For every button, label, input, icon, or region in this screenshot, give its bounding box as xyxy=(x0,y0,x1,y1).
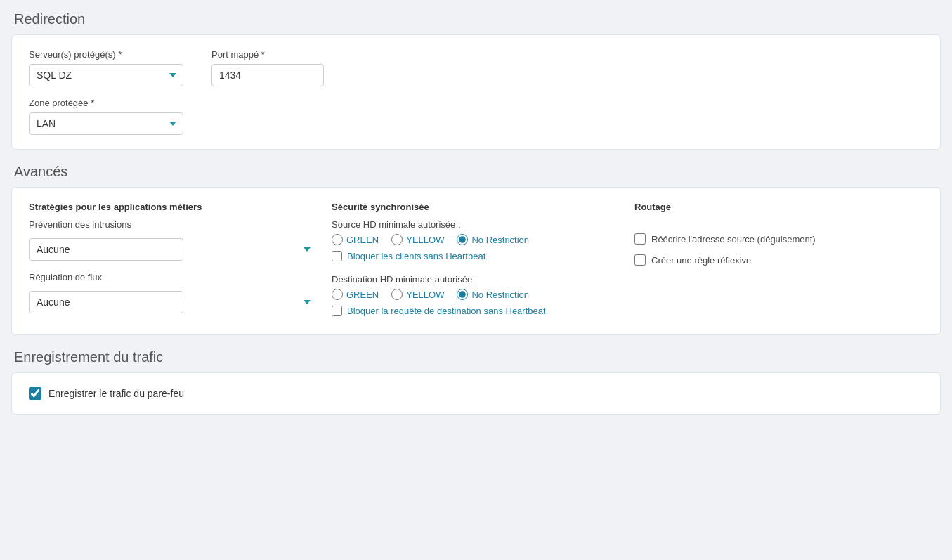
source-heartbeat-item[interactable]: Bloquer les clients sans Heartbeat xyxy=(332,251,620,261)
prevention-label: Prévention des intrusions xyxy=(29,219,318,230)
regulation-group: Régulation de flux Aucune xyxy=(29,272,318,313)
serveurs-group: Serveur(s) protégé(s) * SQL DZ xyxy=(29,49,183,86)
destination-label: Destination HD minimale autorisée : xyxy=(332,274,620,285)
redirection-title: Redirection xyxy=(11,11,941,27)
redirection-card: Serveur(s) protégé(s) * SQL DZ Port mapp… xyxy=(11,34,941,150)
zone-label: Zone protégée * xyxy=(29,98,183,108)
dest-green-label: GREEN xyxy=(346,289,379,300)
source-norestriction-option[interactable]: No Restriction xyxy=(457,234,529,245)
avances-title: Avancés xyxy=(11,164,941,180)
prevention-select-wrapper: Aucune xyxy=(29,238,318,261)
securite-col: Sécurité synchronisée Source HD minimale… xyxy=(332,202,620,320)
prevention-group: Prévention des intrusions Aucune xyxy=(29,219,318,261)
regulation-select-wrapper: Aucune xyxy=(29,291,318,313)
destination-radio-group: GREEN YELLOW No Restriction xyxy=(332,289,620,300)
log-row: Enregistrer le trafic du pare-feu xyxy=(29,387,923,400)
enregistrement-title: Enregistrement du trafic xyxy=(11,349,941,365)
port-input[interactable] xyxy=(211,64,324,86)
serveurs-select-wrapper: SQL DZ xyxy=(29,64,183,86)
port-group: Port mappé * xyxy=(211,49,366,86)
destination-block: Destination HD minimale autorisée : GREE… xyxy=(332,274,620,316)
dest-norestriction-radio[interactable] xyxy=(457,289,468,300)
dest-green-option[interactable]: GREEN xyxy=(332,289,379,300)
dest-yellow-radio[interactable] xyxy=(391,289,403,300)
zone-select-wrapper: LAN xyxy=(29,112,183,135)
rewrite-checkbox[interactable] xyxy=(634,233,646,245)
routage-options: Réécrire l'adresse source (déguisement) … xyxy=(634,219,923,266)
serveurs-label: Serveur(s) protégé(s) * xyxy=(29,49,183,60)
source-yellow-radio[interactable] xyxy=(391,234,403,245)
reflexive-checkbox[interactable] xyxy=(634,254,646,266)
dest-yellow-option[interactable]: YELLOW xyxy=(391,289,444,300)
zone-group: Zone protégée * LAN xyxy=(29,98,183,135)
dest-heartbeat-checkbox[interactable] xyxy=(332,306,342,316)
dest-green-radio[interactable] xyxy=(332,289,343,300)
dest-norestriction-option[interactable]: No Restriction xyxy=(457,289,529,300)
source-label: Source HD minimale autorisée : xyxy=(332,219,620,230)
strategies-col: Stratégies pour les applications métiers… xyxy=(29,202,318,320)
source-heartbeat-checkbox[interactable] xyxy=(332,251,342,261)
enregistrement-card: Enregistrer le trafic du pare-feu xyxy=(11,372,941,415)
source-radio-group: GREEN YELLOW No Restriction xyxy=(332,234,620,245)
dest-heartbeat-item[interactable]: Bloquer la requête de destination sans H… xyxy=(332,306,620,316)
dest-norestriction-label: No Restriction xyxy=(471,289,529,300)
source-yellow-label: YELLOW xyxy=(406,235,444,245)
routage-col: Routage Réécrire l'adresse source (dégui… xyxy=(634,202,923,320)
dest-heartbeat-label: Bloquer la requête de destination sans H… xyxy=(347,306,546,316)
strategies-col-title: Stratégies pour les applications métiers xyxy=(29,202,318,212)
securite-col-title: Sécurité synchronisée xyxy=(332,202,620,212)
log-checkbox[interactable] xyxy=(29,387,41,400)
zone-select[interactable]: LAN xyxy=(29,112,183,135)
source-green-radio[interactable] xyxy=(332,234,343,245)
reflexive-label: Créer une règle réflexive xyxy=(651,255,751,266)
reflexive-item[interactable]: Créer une règle réflexive xyxy=(634,254,923,266)
source-norestriction-radio[interactable] xyxy=(457,234,468,245)
regulation-label: Régulation de flux xyxy=(29,272,318,282)
avances-card: Stratégies pour les applications métiers… xyxy=(11,187,941,335)
source-yellow-option[interactable]: YELLOW xyxy=(391,234,444,245)
rewrite-label: Réécrire l'adresse source (déguisement) xyxy=(651,234,816,245)
log-label: Enregistrer le trafic du pare-feu xyxy=(48,388,184,399)
routage-col-title: Routage xyxy=(634,202,923,212)
rewrite-item[interactable]: Réécrire l'adresse source (déguisement) xyxy=(634,233,923,245)
source-norestriction-label: No Restriction xyxy=(471,235,529,245)
dest-yellow-label: YELLOW xyxy=(406,289,444,300)
source-heartbeat-label: Bloquer les clients sans Heartbeat xyxy=(347,251,485,261)
source-green-option[interactable]: GREEN xyxy=(332,234,379,245)
regulation-select[interactable]: Aucune xyxy=(29,291,183,313)
source-green-label: GREEN xyxy=(346,235,379,245)
prevention-select[interactable]: Aucune xyxy=(29,238,183,261)
serveurs-select[interactable]: SQL DZ xyxy=(29,64,183,86)
port-label: Port mappé * xyxy=(211,49,366,60)
